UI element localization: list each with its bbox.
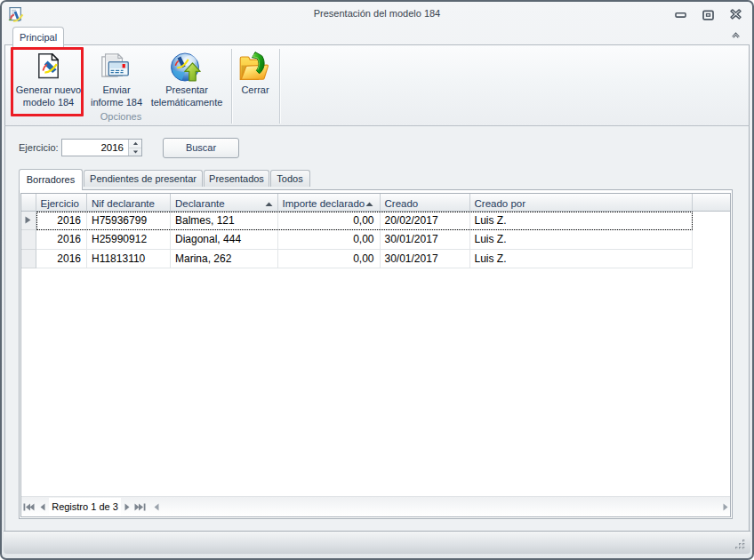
cell-creado[interactable]: 30/01/2017 <box>381 250 470 269</box>
presentar-telematicamente-button[interactable]: Presentar telemáticamente <box>149 49 224 117</box>
focused-row-arrow-icon <box>25 216 31 224</box>
globe-upload-icon <box>171 52 201 83</box>
cell-importe[interactable]: 0,00 <box>278 250 381 269</box>
tab-todos[interactable]: Todos <box>270 170 310 188</box>
scroll-right-button[interactable] <box>723 503 728 511</box>
row-indicator <box>21 230 36 250</box>
previous-record-button[interactable] <box>40 503 45 511</box>
status-bar <box>4 531 750 554</box>
button-caption: Cerrar <box>227 84 284 96</box>
window-title: Presentación del modelo 184 <box>2 8 752 19</box>
cell-creado-por[interactable]: Luis Z. <box>470 230 694 250</box>
buscar-button[interactable]: Buscar <box>163 138 239 158</box>
button-caption: Presentar telemáticamente <box>142 84 231 108</box>
data-grid: Ejercicio Nif declarante Declarante Impo… <box>20 193 731 517</box>
cell-nif[interactable]: H11813110 <box>87 250 171 269</box>
close-button[interactable] <box>730 9 742 20</box>
row-indicator <box>21 212 36 231</box>
column-header-label: Declarante <box>175 198 225 209</box>
ribbon-separator <box>279 49 280 124</box>
enviar-informe-button[interactable]: Enviar informe 184 <box>87 49 146 117</box>
ejercicio-value[interactable]: 2016 <box>62 140 128 156</box>
ribbon-tab-principal[interactable]: Principal <box>12 27 64 47</box>
tab-pendientes-de-presentar[interactable]: Pendientes de presentar <box>84 170 203 188</box>
cell-ejercicio[interactable]: 2016 <box>36 230 88 250</box>
close-folder-icon <box>239 52 269 81</box>
cell-importe[interactable]: 0,00 <box>278 212 381 231</box>
next-record-button[interactable] <box>124 503 130 511</box>
sort-ascending-icon <box>365 202 373 206</box>
column-header-creado-por[interactable]: Creado por <box>470 194 694 212</box>
cell-declarante[interactable]: Balmes, 121 <box>171 212 278 231</box>
highlight-rectangle <box>11 47 84 116</box>
button-label: Presentar <box>142 84 231 96</box>
collapse-ribbon-icon[interactable] <box>732 32 740 38</box>
cell-declarante[interactable]: Diagonal, 444 <box>171 230 278 250</box>
client-area: Ejercicio: 2016 Buscar Borradores Pendie… <box>4 126 750 532</box>
ejercicio-spin-edit[interactable]: 2016 <box>61 139 142 156</box>
cell-creado-por[interactable]: Luis Z. <box>470 250 694 269</box>
column-header-importe-declarado[interactable]: Importe declarado <box>278 194 381 212</box>
grid-header-row: Ejercicio Nif declarante Declarante Impo… <box>21 194 730 212</box>
window-chrome: Presentación del modelo 184 Principal <box>2 2 752 558</box>
column-header-creado[interactable]: Creado <box>381 194 470 212</box>
minimize-button[interactable] <box>675 12 686 19</box>
send-report-icon <box>101 53 129 80</box>
resize-grip[interactable] <box>734 538 746 550</box>
record-position-label: Registro 1 de 3 <box>49 498 121 516</box>
column-header-declarante[interactable]: Declarante <box>171 194 278 212</box>
cell-ejercicio[interactable]: 2016 <box>36 212 88 231</box>
tab-presentados[interactable]: Presentados <box>204 170 269 188</box>
ejercicio-label: Ejercicio: <box>19 142 59 153</box>
first-record-button[interactable] <box>23 503 35 511</box>
cell-nif[interactable]: H25990912 <box>87 230 171 250</box>
tab-page: Ejercicio Nif declarante Declarante Impo… <box>19 189 733 519</box>
column-header-ejercicio[interactable]: Ejercicio <box>36 194 88 212</box>
spin-down-button[interactable] <box>129 148 141 156</box>
sort-ascending-icon <box>265 202 273 206</box>
scroll-left-button[interactable] <box>154 503 159 511</box>
cell-importe[interactable]: 0,00 <box>278 230 381 250</box>
maximize-button[interactable] <box>702 10 714 20</box>
button-label: Cerrar <box>227 84 284 96</box>
grid-row[interactable]: 2016 H11813110 Marina, 262 0,00 30/01/20… <box>21 250 693 269</box>
grid-row[interactable]: 2016 H25990912 Diagonal, 444 0,00 30/01/… <box>21 230 693 250</box>
cell-ejercicio[interactable]: 2016 <box>36 250 88 269</box>
header-indicator <box>21 194 36 212</box>
cell-declarante[interactable]: Marina, 262 <box>171 250 278 269</box>
tab-borradores[interactable]: Borradores <box>19 169 83 190</box>
cerrar-button[interactable]: Cerrar <box>234 49 277 117</box>
button-label: telemáticamente <box>142 96 231 108</box>
column-header-label: Importe declarado <box>283 198 365 209</box>
grid-row[interactable]: 2016 H75936799 Balmes, 121 0,00 20/02/20… <box>21 212 693 231</box>
cell-creado[interactable]: 20/02/2017 <box>381 212 470 231</box>
cell-nif[interactable]: H75936799 <box>87 212 171 231</box>
cell-creado[interactable]: 30/01/2017 <box>381 230 470 250</box>
column-header-nif-declarante[interactable]: Nif declarante <box>87 194 171 212</box>
column-header-stub <box>693 194 730 212</box>
ribbon: Generar nuevo modelo 184 Enviar informe … <box>4 44 750 127</box>
record-navigator: Registro 1 de 3 <box>21 496 730 516</box>
last-record-button[interactable] <box>134 503 146 511</box>
row-indicator <box>21 250 36 269</box>
title-bar: Presentación del modelo 184 <box>2 2 752 25</box>
app-window: Presentación del modelo 184 Principal <box>0 0 754 560</box>
spin-buttons <box>128 140 141 156</box>
spin-up-button[interactable] <box>129 140 141 148</box>
cell-creado-por[interactable]: Luis Z. <box>470 212 694 231</box>
